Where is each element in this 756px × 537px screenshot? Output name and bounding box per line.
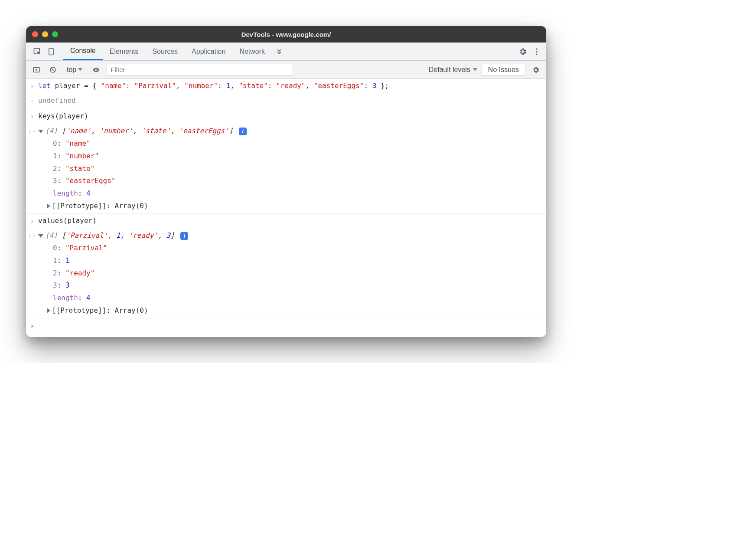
minimize-icon[interactable] — [42, 31, 48, 37]
close-icon[interactable] — [32, 31, 38, 37]
zoom-icon[interactable] — [52, 31, 58, 37]
expand-arrow-icon[interactable] — [47, 308, 50, 313]
more-tabs-icon[interactable] — [272, 43, 287, 60]
console-output-row[interactable]: ‹· (4) ['name', 'number', 'state', 'east… — [26, 124, 546, 214]
array-index: 1 — [53, 256, 57, 265]
code-line: values(player) — [38, 215, 546, 227]
collapse-arrow-icon[interactable] — [38, 130, 43, 133]
kebab-menu-icon[interactable] — [530, 43, 544, 60]
code-line: let player = { "name": "Parzival", "numb… — [38, 80, 546, 92]
array-value: "ready" — [65, 269, 94, 277]
issues-button[interactable]: No Issues — [482, 64, 525, 76]
filter-input[interactable] — [107, 64, 293, 76]
output-chevron-icon: ‹· — [26, 125, 38, 138]
array-value: 3 — [65, 281, 70, 289]
chevron-down-icon — [78, 68, 82, 71]
tabs: Console Elements Sources Application Net… — [63, 43, 272, 60]
context-label: top — [67, 66, 76, 74]
tab-elements[interactable]: Elements — [103, 43, 146, 60]
array-index: 2 — [53, 164, 57, 173]
array-value: "Parzival" — [65, 244, 107, 252]
levels-label: Default levels — [429, 66, 470, 74]
prototype-value: Array(0) — [115, 202, 148, 210]
devtools-window: DevTools - www.google.com/ Console Eleme… — [26, 26, 546, 337]
device-toggle-icon[interactable] — [44, 43, 58, 60]
array-index: 2 — [53, 269, 57, 277]
clear-console-icon[interactable] — [47, 64, 59, 76]
tab-console[interactable]: Console — [63, 43, 103, 60]
toggle-sidebar-icon[interactable] — [30, 64, 42, 76]
svg-point-4 — [536, 53, 537, 55]
console-settings-icon[interactable] — [530, 64, 542, 76]
array-value: 1 — [65, 256, 70, 265]
output-value: undefined — [38, 95, 546, 107]
array-value: "state" — [65, 164, 94, 173]
array-expanded: (4) ['name', 'number', 'state', 'easterE… — [38, 125, 546, 213]
array-index: 3 — [53, 177, 57, 185]
expand-arrow-icon[interactable] — [47, 203, 50, 209]
console-input-row[interactable]: › values(player) — [26, 214, 546, 229]
settings-icon[interactable] — [516, 43, 530, 60]
length-value: 4 — [86, 189, 91, 197]
length-label: length — [53, 189, 78, 197]
tab-network[interactable]: Network — [232, 43, 272, 60]
output-chevron-icon: ‹ — [26, 95, 38, 108]
traffic-lights — [32, 31, 58, 37]
prompt-chevron-icon: › — [26, 320, 38, 333]
input-chevron-icon: › — [26, 215, 38, 228]
svg-rect-1 — [49, 48, 53, 55]
array-value: "number" — [65, 152, 99, 160]
length-label: length — [53, 294, 78, 302]
output-chevron-icon: ‹· — [26, 229, 38, 242]
log-levels-selector[interactable]: Default levels — [429, 66, 477, 74]
tab-application[interactable]: Application — [185, 43, 232, 60]
prototype-label: [[Prototype]] — [52, 202, 106, 210]
array-expanded: (4) ['Parzival', 1, 'ready', 3] i 0: "Pa… — [38, 229, 546, 317]
array-index: 1 — [53, 152, 57, 160]
tab-sources[interactable]: Sources — [145, 43, 185, 60]
devtools-tabbar: Console Elements Sources Application Net… — [26, 43, 546, 61]
collapse-arrow-icon[interactable] — [38, 234, 43, 238]
prototype-value: Array(0) — [115, 306, 148, 314]
array-index: 3 — [53, 281, 57, 289]
prototype-label: [[Prototype]] — [52, 306, 106, 314]
length-value: 4 — [86, 294, 91, 302]
titlebar: DevTools - www.google.com/ — [26, 26, 546, 43]
live-expression-icon[interactable] — [90, 64, 102, 76]
array-index: 0 — [53, 244, 57, 252]
console-toolbar: top Default levels No Issues — [26, 61, 546, 79]
inspect-element-icon[interactable] — [30, 43, 44, 60]
console-input-row[interactable]: › let player = { "name": "Parzival", "nu… — [26, 79, 546, 94]
chevron-down-icon — [473, 68, 477, 71]
console-output-row: ‹ undefined — [26, 94, 546, 109]
array-index: 0 — [53, 139, 57, 147]
info-icon[interactable]: i — [239, 128, 247, 135]
context-selector[interactable]: top — [63, 65, 86, 75]
input-chevron-icon: › — [26, 80, 38, 93]
console-output-row[interactable]: ‹· (4) ['Parzival', 1, 'ready', 3] i 0: … — [26, 229, 546, 318]
svg-point-3 — [536, 51, 537, 52]
input-chevron-icon: › — [26, 110, 38, 123]
info-icon[interactable]: i — [180, 232, 188, 240]
array-value: "easterEggs" — [65, 177, 116, 185]
svg-point-2 — [536, 48, 537, 49]
console-prompt[interactable]: › — [26, 318, 546, 337]
console-input-row[interactable]: › keys(player) — [26, 109, 546, 124]
window-title: DevTools - www.google.com/ — [26, 31, 546, 38]
console-output: › let player = { "name": "Parzival", "nu… — [26, 79, 546, 337]
array-value: "name" — [65, 139, 91, 147]
code-line: keys(player) — [38, 110, 546, 123]
